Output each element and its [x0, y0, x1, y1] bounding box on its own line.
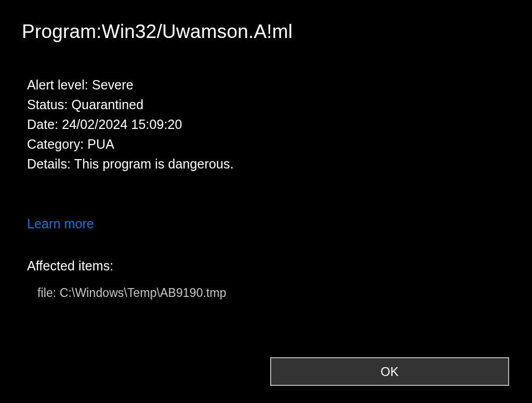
details-label: Details:	[27, 157, 71, 171]
details-value: This program is dangerous.	[74, 157, 234, 171]
status-value: Quarantined	[72, 97, 144, 112]
learn-more-link[interactable]: Learn more	[27, 216, 94, 231]
status-row: Status: Quarantined	[27, 95, 510, 114]
category-value: PUA	[87, 137, 114, 151]
status-label: Status:	[27, 97, 68, 112]
date-value: 24/02/2024 15:09:20	[62, 117, 182, 132]
date-row: Date: 24/02/2024 15:09:20	[27, 114, 510, 134]
alert-level-label: Alert level:	[27, 77, 88, 92]
category-row: Category: PUA	[27, 134, 510, 154]
details-row: Details: This program is dangerous.	[27, 154, 510, 174]
threat-title: Program:Win32/Uwamson.A!ml	[22, 21, 510, 43]
date-label: Date:	[27, 117, 58, 132]
affected-items-heading: Affected items:	[27, 258, 510, 274]
alert-level-value: Severe	[92, 77, 134, 92]
button-row: OK	[270, 357, 509, 386]
threat-details: Alert level: Severe Status: Quarantined …	[22, 75, 510, 174]
ok-button[interactable]: OK	[270, 357, 509, 386]
affected-item: file: C:\Windows\Temp\AB9190.tmp	[37, 286, 510, 300]
category-label: Category:	[27, 137, 84, 151]
alert-level-row: Alert level: Severe	[27, 75, 510, 95]
